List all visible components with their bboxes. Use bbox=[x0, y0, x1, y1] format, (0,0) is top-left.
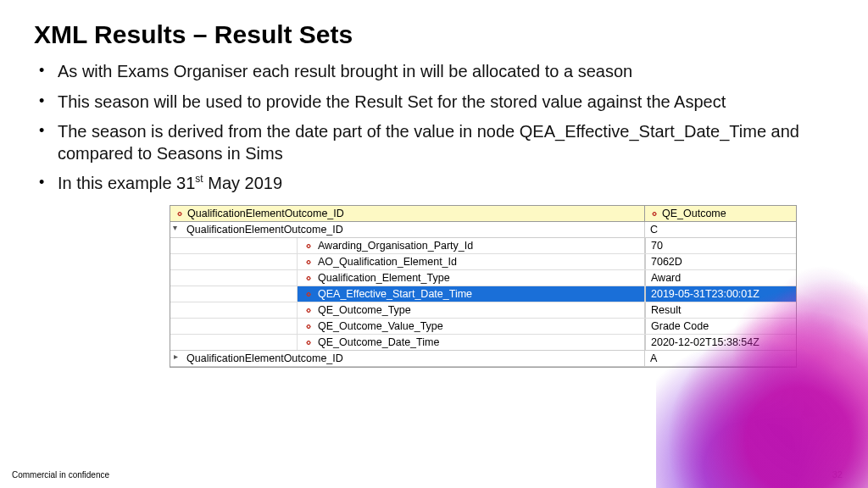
ordinal-suffix: st bbox=[195, 174, 203, 186]
parent-value: A bbox=[645, 351, 796, 366]
node-cell[interactable]: QEA_Effective_Start_Date_Time bbox=[298, 286, 645, 302]
tag-icon bbox=[648, 208, 659, 219]
tree-row[interactable]: QE_Outcome_TypeResult bbox=[170, 302, 796, 319]
expand-toggle-icon[interactable] bbox=[174, 225, 183, 234]
value-cell[interactable]: Result bbox=[645, 302, 796, 318]
value-cell[interactable]: Award bbox=[645, 270, 796, 286]
bullet-item: As with Exams Organiser each result brou… bbox=[39, 61, 802, 83]
node-label: QEA_Effective_Start_Date_Time bbox=[318, 288, 472, 300]
bullet-item: In this example 31st May 2019 bbox=[39, 173, 802, 195]
node-label: QE_Outcome_Value_Type bbox=[318, 320, 443, 332]
page-title: XML Results – Result Sets bbox=[34, 20, 834, 49]
value-cell[interactable]: 70 bbox=[645, 238, 796, 253]
indent-cell bbox=[170, 270, 298, 286]
parent-value: C bbox=[645, 222, 796, 237]
collapse-toggle-icon[interactable] bbox=[174, 353, 183, 363]
node-label: Awarding_Organisation_Party_Id bbox=[318, 240, 473, 252]
bullet-item: This season will be used to provide the … bbox=[39, 92, 802, 114]
tag-icon bbox=[303, 257, 313, 267]
tag-icon bbox=[303, 337, 313, 347]
value-cell[interactable]: 2020-12-02T15:38:54Z bbox=[645, 335, 796, 350]
indent-cell bbox=[170, 319, 298, 334]
node-label: QE_Outcome_Date_Time bbox=[318, 336, 439, 348]
value-cell[interactable]: 7062D bbox=[645, 254, 796, 269]
node-label: AO_Qualification_Element_Id bbox=[318, 256, 457, 268]
value-cell[interactable]: 2019-05-31T23:00:01Z bbox=[645, 286, 796, 302]
tree-row[interactable]: QEA_Effective_Start_Date_Time2019-05-31T… bbox=[170, 286, 796, 302]
tree-row[interactable]: QE_Outcome_Date_Time2020-12-02T15:38:54Z bbox=[170, 335, 796, 350]
bullet-list: As with Exams Organiser each result brou… bbox=[34, 61, 834, 195]
indent-cell bbox=[170, 302, 298, 318]
tag-icon bbox=[303, 289, 313, 299]
node-label: QE_Outcome_Type bbox=[318, 304, 411, 316]
tree-row[interactable]: QE_Outcome_Value_TypeGrade Code bbox=[170, 319, 796, 335]
value-cell[interactable]: Grade Code bbox=[645, 319, 796, 334]
bullet-item: The season is derived from the date part… bbox=[39, 121, 802, 164]
parent-label: QualificationElementOutcome_ID bbox=[186, 224, 343, 236]
tree-parent-open[interactable]: QualificationElementOutcome_ID C bbox=[170, 222, 796, 238]
page-number: 32 bbox=[832, 469, 843, 480]
header-label: QualificationElementOutcome_ID bbox=[187, 208, 344, 219]
parent-label: QualificationElementOutcome_ID bbox=[186, 352, 343, 364]
xml-tree-grid: QualificationElementOutcome_ID QE_Outcom… bbox=[170, 205, 797, 368]
tree-row[interactable]: Awarding_Organisation_Party_Id70 bbox=[170, 238, 796, 254]
tree-row[interactable]: AO_Qualification_Element_Id7062D bbox=[170, 254, 796, 270]
tree-row[interactable]: Qualification_Element_TypeAward bbox=[170, 270, 796, 286]
header-label: QE_Outcome bbox=[662, 208, 726, 219]
tag-icon bbox=[303, 305, 313, 315]
node-cell[interactable]: QE_Outcome_Value_Type bbox=[298, 319, 645, 334]
node-cell[interactable]: QE_Outcome_Date_Time bbox=[298, 335, 645, 350]
tag-icon bbox=[303, 273, 313, 283]
indent-cell bbox=[170, 254, 298, 269]
node-cell[interactable]: Qualification_Element_Type bbox=[298, 270, 645, 286]
indent-cell bbox=[170, 335, 298, 350]
indent-cell bbox=[170, 238, 298, 253]
grid-header-row: QualificationElementOutcome_ID QE_Outcom… bbox=[170, 206, 796, 222]
footer-text: Commercial in confidence bbox=[12, 470, 109, 480]
node-label: Qualification_Element_Type bbox=[318, 272, 450, 284]
grid-header-col1[interactable]: QualificationElementOutcome_ID bbox=[170, 206, 645, 221]
node-cell[interactable]: Awarding_Organisation_Party_Id bbox=[298, 238, 645, 253]
indent-cell bbox=[170, 286, 298, 302]
tree-parent-closed[interactable]: QualificationElementOutcome_ID A bbox=[170, 350, 796, 367]
tag-icon bbox=[174, 208, 184, 219]
grid-header-col2[interactable]: QE_Outcome bbox=[645, 206, 796, 221]
tag-icon bbox=[303, 241, 313, 251]
node-cell[interactable]: QE_Outcome_Type bbox=[298, 302, 645, 318]
node-cell[interactable]: AO_Qualification_Element_Id bbox=[298, 254, 645, 269]
tag-icon bbox=[303, 321, 313, 331]
